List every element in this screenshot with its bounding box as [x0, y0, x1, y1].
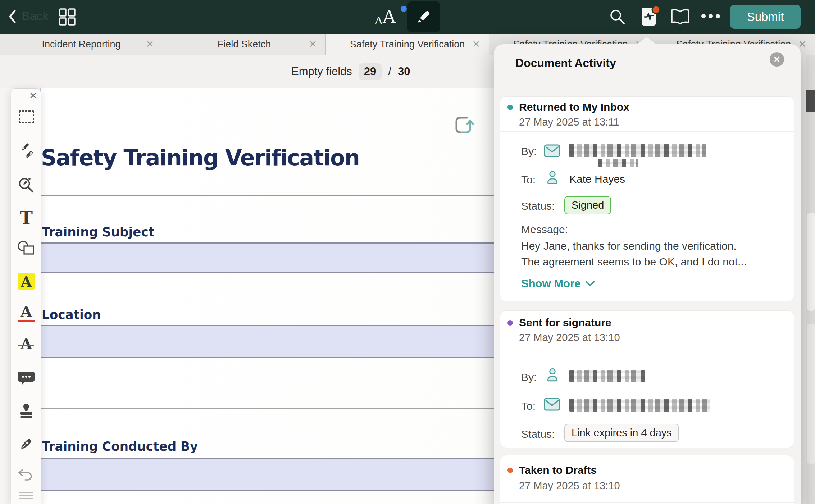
- text-format-small-a: A: [375, 14, 383, 27]
- pencil-tool[interactable]: [11, 143, 41, 166]
- empty-fields-count-badge[interactable]: 29: [359, 63, 382, 80]
- underline-tool[interactable]: A: [11, 304, 41, 323]
- text-tool-icon: T: [20, 208, 33, 228]
- pen-nib-icon: [17, 435, 35, 453]
- tab-incident-reporting[interactable]: Incident Reporting ✕: [0, 34, 163, 55]
- tab-close-icon[interactable]: ✕: [472, 38, 480, 50]
- search-icon[interactable]: [609, 8, 627, 27]
- annotate-tool-button-active[interactable]: [408, 1, 440, 32]
- tab-field-sketch[interactable]: Field Sketch ✕: [163, 34, 326, 55]
- count-separator: /: [388, 65, 391, 78]
- total-fields-count: 30: [398, 65, 410, 78]
- panel-header-divider: [494, 89, 801, 89]
- to-label: To:: [521, 400, 536, 412]
- tab-safety-training-verification-active[interactable]: Safety Training Verification ✕: [326, 34, 489, 55]
- underline-icon: A: [18, 304, 35, 323]
- comment-icon: [17, 370, 36, 387]
- back-button[interactable]: Back: [22, 9, 49, 23]
- pencils-icon: [16, 143, 36, 166]
- background-page-edge-2: [807, 324, 815, 464]
- more-options-icon[interactable]: [701, 14, 721, 20]
- palette-close-icon[interactable]: ✕: [29, 90, 37, 101]
- activity-title: Sent for signature: [519, 317, 611, 329]
- back-chevron-icon[interactable]: [8, 9, 17, 25]
- marquee-select-tool[interactable]: [11, 110, 41, 123]
- activity-timestamp: 27 May 2025 at 13:11: [519, 116, 619, 128]
- status-dot: [507, 105, 513, 110]
- submit-button[interactable]: Submit: [730, 5, 801, 29]
- person-icon: [545, 169, 560, 187]
- top-toolbar: Back A A: [0, 0, 815, 34]
- redacted-by-name: [569, 370, 645, 382]
- document-activity-icon[interactable]: [639, 6, 660, 29]
- text-format-big-a: A: [383, 6, 396, 27]
- annotation-tool-palette: ✕ T: [11, 88, 41, 504]
- panel-close-button[interactable]: ✕: [770, 52, 784, 67]
- activity-card-taken-to-drafts: Taken to Drafts 27 May 2025 at 13:10: [500, 455, 794, 504]
- scrollbar-thumb[interactable]: [806, 90, 815, 112]
- show-more-button[interactable]: Show More: [521, 277, 595, 290]
- to-value: Kate Hayes: [569, 173, 625, 185]
- undo-button[interactable]: [11, 469, 41, 482]
- status-badge-signed: Signed: [564, 196, 611, 214]
- by-label: By:: [521, 371, 537, 383]
- shapes-icon: [17, 240, 36, 256]
- email-icon: [543, 144, 561, 159]
- stamp-icon: [17, 403, 35, 420]
- email-icon: [543, 397, 561, 413]
- highlight-tool[interactable]: A: [11, 273, 41, 290]
- status-label: Status:: [521, 200, 555, 212]
- redacted-by-email: [569, 144, 706, 157]
- document-title: Safety Training Verification: [41, 145, 359, 171]
- by-label: By:: [521, 145, 537, 158]
- jump-to-field-icon[interactable]: [452, 114, 476, 138]
- palette-drag-handle[interactable]: [11, 491, 41, 503]
- signature-tool[interactable]: [11, 435, 41, 453]
- status-label: Status:: [521, 428, 555, 440]
- redacted-by-email-2: [598, 159, 638, 167]
- field-label-training-subject: Training Subject: [42, 224, 154, 239]
- tab-close-icon[interactable]: ✕: [146, 38, 154, 50]
- empty-fields-counter: Empty fields 29 / 30: [291, 55, 410, 88]
- loupe-tool[interactable]: [11, 176, 41, 195]
- text-format-button[interactable]: A A: [373, 5, 407, 29]
- activity-title: Returned to My Inbox: [519, 101, 629, 113]
- undo-icon: [18, 469, 35, 482]
- to-label: To:: [521, 174, 536, 186]
- message-line-1: Hey Jane, thanks for sending the verific…: [521, 240, 737, 252]
- document-activity-panel: Document Activity ✕ Returned to My Inbox…: [494, 44, 801, 504]
- strikethrough-icon: A: [21, 336, 32, 352]
- blue-dot-badge: [401, 6, 407, 12]
- stamp-tool[interactable]: [11, 403, 41, 420]
- field-label-location: Location: [42, 307, 101, 322]
- comment-tool[interactable]: [11, 370, 41, 387]
- strikethrough-tool[interactable]: A: [11, 336, 41, 352]
- tab-close-icon[interactable]: ✕: [798, 38, 806, 50]
- activity-timestamp: 27 May 2025 at 13:10: [519, 332, 620, 344]
- highlight-icon: A: [18, 273, 35, 290]
- popover-arrow: [637, 37, 656, 44]
- magnifier-pencil-icon: [17, 176, 36, 195]
- bookmarks-icon[interactable]: [670, 9, 691, 27]
- status-dot: [507, 468, 513, 473]
- status-badge-link-expires: Link expires in 4 days: [564, 424, 679, 442]
- background-page-edge: [807, 213, 815, 311]
- person-icon: [545, 367, 560, 385]
- activity-card-returned-to-inbox: Returned to My Inbox 27 May 2025 at 13:1…: [500, 96, 794, 301]
- orange-notification-badge: [652, 6, 660, 14]
- pencil-icon: [415, 9, 432, 25]
- redacted-to-email: [569, 399, 710, 412]
- tab-close-icon[interactable]: ✕: [309, 38, 317, 50]
- text-tool[interactable]: T: [11, 208, 41, 228]
- panel-title: Document Activity: [515, 56, 616, 70]
- activity-timestamp: 27 May 2025 at 13:10: [519, 480, 620, 492]
- message-line-2: The agreement seems to be OK, and I do n…: [521, 256, 747, 268]
- activity-title: Taken to Drafts: [519, 464, 597, 476]
- status-dot: [507, 320, 513, 326]
- activity-card-sent-for-signature: Sent for signature 27 May 2025 at 13:10 …: [500, 310, 794, 448]
- empty-fields-label: Empty fields: [291, 65, 352, 78]
- shapes-tool[interactable]: [11, 240, 41, 256]
- marquee-icon: [19, 110, 34, 123]
- field-label-training-conducted-by: Training Conducted By: [42, 439, 198, 454]
- grid-view-icon[interactable]: [59, 8, 76, 26]
